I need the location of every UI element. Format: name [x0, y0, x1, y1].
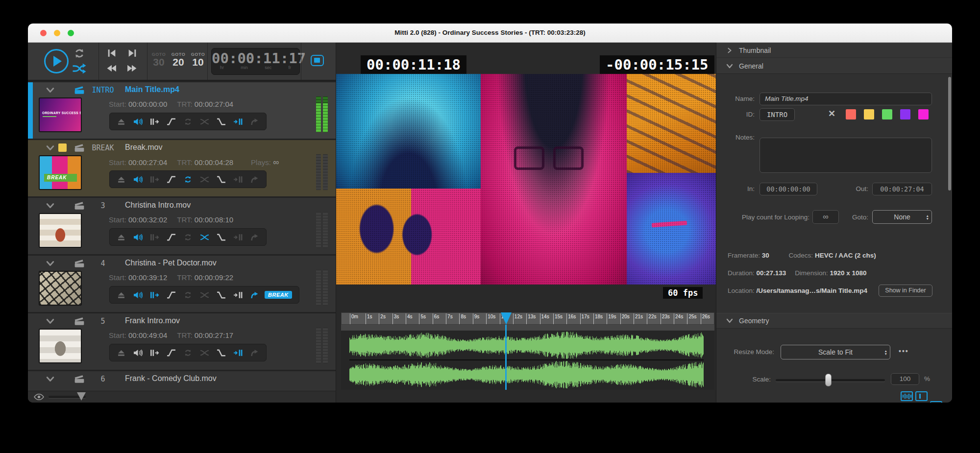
jump-icon[interactable]: [250, 176, 259, 183]
audio-icon[interactable]: [133, 349, 143, 357]
fade-out-icon[interactable]: [217, 349, 226, 357]
pause-end-icon[interactable]: [233, 291, 243, 299]
list-zoom-thumb[interactable]: [77, 392, 86, 401]
fade-out-icon[interactable]: [217, 291, 226, 299]
fade-in-icon[interactable]: [167, 176, 176, 183]
chevron-down-icon[interactable]: [46, 260, 55, 267]
toggle-left-panel-icon[interactable]: [915, 391, 928, 401]
cue-thumbnail[interactable]: ORDINARY SUCCESS STORIES: [39, 97, 82, 132]
in-field[interactable]: 00:00:00:00: [760, 183, 817, 195]
eject-icon[interactable]: [117, 291, 126, 299]
section-general[interactable]: General: [716, 58, 952, 74]
more-options-button[interactable]: •••: [899, 347, 909, 355]
inspector-scrollbar[interactable]: [948, 77, 951, 191]
clear-color-icon[interactable]: ✕: [828, 108, 835, 119]
fade-in-icon[interactable]: [167, 118, 176, 125]
skip-forward-icon[interactable]: [127, 64, 137, 72]
section-geometry[interactable]: Geometry: [716, 313, 952, 329]
loop-icon[interactable]: [183, 291, 193, 299]
next-cue-icon[interactable]: [128, 49, 137, 57]
pause-play-icon[interactable]: [150, 118, 159, 125]
goto-dropdown[interactable]: None ▲▼: [872, 210, 932, 224]
chevron-down-icon[interactable]: [46, 202, 55, 210]
notes-field[interactable]: [760, 138, 932, 173]
eject-icon[interactable]: [117, 176, 126, 183]
jump-icon[interactable]: [250, 349, 259, 357]
name-field[interactable]: Main Title.mp4: [760, 93, 932, 105]
chevron-down-icon[interactable]: [46, 86, 55, 94]
cue-thumbnail[interactable]: [39, 329, 82, 363]
loop-icon[interactable]: [183, 234, 193, 241]
cue-color-swatch[interactable]: [918, 109, 929, 119]
pause-end-icon[interactable]: [233, 234, 243, 241]
eject-icon[interactable]: [117, 118, 126, 125]
audio-icon[interactable]: [133, 176, 143, 183]
chevron-down-icon[interactable]: [46, 144, 55, 152]
cue-item[interactable]: INTROMain Title.mp4ORDINARY SUCCESS STOR…: [28, 82, 336, 139]
eject-icon[interactable]: [117, 234, 126, 241]
chevron-down-icon[interactable]: [46, 375, 55, 383]
cue-thumbnail[interactable]: BREAK: [39, 155, 82, 190]
previous-cue-icon[interactable]: [107, 49, 116, 57]
audio-icon[interactable]: [133, 118, 143, 125]
pause-play-icon[interactable]: [150, 234, 159, 241]
scale-slider-thumb[interactable]: [825, 374, 832, 386]
video-preview[interactable]: [336, 74, 716, 285]
crossfade-icon[interactable]: [200, 234, 209, 241]
timecode-display[interactable]: 00:00:11:17 hrminsecfr: [211, 48, 300, 75]
cue-color-swatch[interactable]: [864, 109, 874, 119]
playhead-handle[interactable]: [501, 312, 512, 325]
waveform[interactable]: [349, 331, 704, 389]
id-field[interactable]: INTRO: [760, 108, 795, 121]
audio-icon[interactable]: [133, 291, 143, 299]
scale-value-field[interactable]: 100: [891, 373, 919, 385]
chevron-down-icon[interactable]: [46, 317, 55, 325]
jump-icon[interactable]: [250, 234, 259, 241]
cue-color-swatch[interactable]: [882, 109, 892, 119]
fullscreen-icon[interactable]: [311, 55, 324, 66]
crossfade-icon[interactable]: [200, 176, 209, 183]
minimize-window-button[interactable]: [54, 30, 60, 36]
goto-20-button[interactable]: GOTO20: [169, 52, 188, 68]
fade-in-icon[interactable]: [167, 349, 176, 357]
loop-icon[interactable]: [183, 349, 193, 357]
cue-color-swatch[interactable]: [846, 109, 856, 119]
crossfade-icon[interactable]: [200, 349, 209, 357]
jump-icon[interactable]: [250, 291, 259, 299]
cue-color-swatch[interactable]: [900, 109, 910, 119]
out-field[interactable]: 00:00:27:04: [872, 183, 932, 195]
crossfade-icon[interactable]: [200, 291, 209, 299]
eject-icon[interactable]: [117, 349, 126, 357]
goto-30-button[interactable]: GOTO30: [149, 52, 169, 68]
play-button[interactable]: [44, 49, 69, 73]
pause-end-icon[interactable]: [233, 176, 243, 183]
fade-in-icon[interactable]: [167, 234, 176, 241]
toggle-right-panel-icon[interactable]: [930, 401, 942, 403]
audio-icon[interactable]: [133, 234, 143, 241]
pause-play-icon[interactable]: [150, 176, 159, 183]
timeline-ruler[interactable]: 0m1s2s3s4s5s6s7s8s9s10s11s12s13s14s15s16…: [341, 312, 714, 325]
eye-icon[interactable]: [34, 394, 44, 400]
repeat-icon[interactable]: [73, 48, 86, 59]
cue-thumbnail[interactable]: [39, 213, 82, 248]
crossfade-icon[interactable]: [200, 118, 209, 125]
cue-item[interactable]: 5Frank Intro.movStart: 00:00:49:04TRT: 0…: [28, 313, 336, 370]
jump-icon[interactable]: [250, 118, 259, 125]
pause-play-icon[interactable]: [150, 349, 159, 357]
pause-play-icon[interactable]: [150, 291, 159, 299]
fade-out-icon[interactable]: [217, 234, 226, 241]
pause-end-icon[interactable]: [233, 118, 243, 125]
goto-10-button[interactable]: GOTO10: [188, 52, 208, 68]
close-window-button[interactable]: [40, 30, 47, 36]
shuffle-icon[interactable]: [72, 63, 87, 74]
cue-item[interactable]: BREAKBreak.movBREAKStart: 00:00:27:04TRT…: [28, 140, 336, 196]
skip-back-icon[interactable]: [106, 64, 117, 72]
waveform-area[interactable]: [341, 331, 714, 390]
section-thumbnail[interactable]: Thumbnail: [716, 43, 952, 58]
fade-out-icon[interactable]: [217, 176, 226, 183]
toggle-waveform-icon[interactable]: [901, 391, 913, 401]
cue-item[interactable]: 6Frank - Comedy Club.mov: [28, 371, 336, 391]
cue-item[interactable]: 3Christina Intro.movStart: 00:00:32:02TR…: [28, 198, 336, 254]
loop-icon[interactable]: [183, 118, 193, 125]
fade-in-icon[interactable]: [167, 291, 176, 299]
